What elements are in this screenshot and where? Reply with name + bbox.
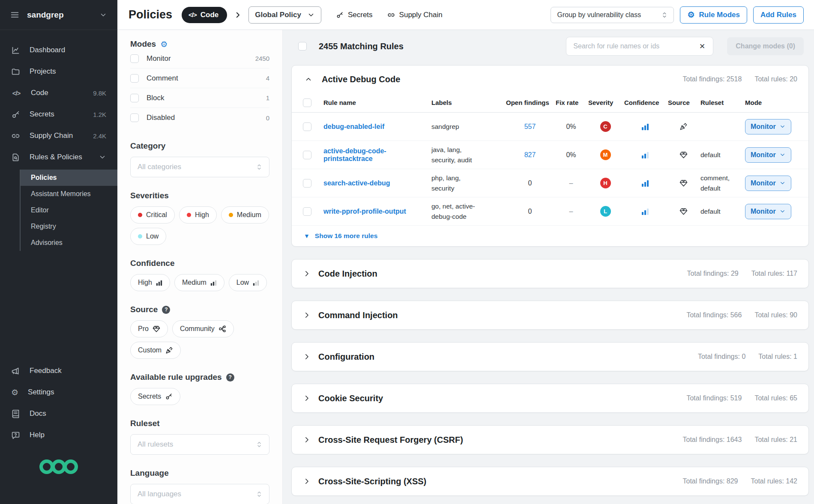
add-rules-button[interactable]: Add Rules — [753, 6, 804, 24]
mode-select[interactable]: Monitor — [745, 176, 791, 191]
question-icon[interactable]: ? — [162, 306, 170, 314]
mode-filter-block[interactable]: Block 1 — [130, 88, 269, 108]
confidence-pill-medium[interactable]: Medium — [174, 274, 224, 291]
question-icon[interactable]: ? — [226, 373, 234, 382]
rule-checkbox[interactable] — [303, 122, 311, 131]
group-card-cookie-security[interactable]: Cookie Security Total findings: 519Total… — [291, 384, 809, 413]
nav-secrets[interactable]: Secrets — [336, 11, 373, 19]
sidebar-item-editor[interactable]: Editor — [21, 202, 117, 218]
column-open-findings: Open findings — [506, 99, 554, 106]
group-total-findings: Total findings: 2518 — [683, 75, 742, 83]
sidebar-item-settings[interactable]: ⚙ Settings — [0, 382, 117, 403]
modes-list: Monitor 2450 Comment 4 Block 1 Disabled … — [130, 49, 269, 128]
rule-name-link[interactable]: debug-enabled-leif — [323, 123, 430, 131]
language-select[interactable]: All languages — [130, 484, 269, 504]
sidebar-item-rules-policies[interactable]: Rules & Policies — [0, 146, 117, 168]
rule-checkbox[interactable] — [303, 179, 311, 188]
collapse-group-button[interactable] — [303, 74, 314, 85]
sidebar-item-projects[interactable]: Projects — [0, 61, 117, 82]
chevron-down-icon — [307, 11, 315, 19]
open-findings-link[interactable]: 827 — [524, 151, 536, 159]
checkbox[interactable] — [130, 113, 139, 122]
sidebar-item-assistant-memories[interactable]: Assistant Memories — [21, 186, 117, 202]
sidebar-item-feedback[interactable]: Feedback — [0, 360, 117, 382]
nav-supply-chain[interactable]: Supply Chain — [387, 11, 443, 19]
select-all-checkbox[interactable] — [298, 42, 307, 51]
chevron-right-icon — [303, 394, 311, 402]
sidebar-item-dashboard[interactable]: Dashboard — [0, 39, 117, 61]
megaphone-icon — [11, 367, 20, 376]
group-by-value: Group by vulnerability class — [557, 11, 641, 19]
rule-name-link[interactable]: search-active-debug — [323, 179, 430, 187]
sidebar-item-code[interactable]: </> Code 9.8K — [0, 82, 117, 104]
rule-name-link[interactable]: active-debug-code-printstacktrace — [323, 147, 430, 163]
help-bubble-icon — [11, 431, 20, 440]
sidebar-item-help[interactable]: Help — [0, 424, 117, 446]
source-pill-pro[interactable]: Pro — [130, 320, 168, 337]
sidebar-item-secrets[interactable]: Secrets 1.2K — [0, 104, 117, 125]
category-select[interactable]: All categories — [130, 157, 269, 177]
mode-select[interactable]: Monitor — [745, 119, 791, 134]
policy-select[interactable]: Global Policy — [248, 6, 321, 24]
key-icon — [165, 393, 173, 400]
severity-pill-high[interactable]: High — [179, 206, 217, 224]
mode-select[interactable]: Monitor — [745, 147, 791, 163]
group-title: Cookie Security — [318, 394, 383, 403]
confidence-pill-high[interactable]: High — [130, 274, 170, 291]
group-card-configuration[interactable]: Configuration Total findings: 0Total rul… — [291, 342, 809, 371]
group-card-active-debug-code: Active Debug Code Total findings: 2518 T… — [291, 65, 809, 247]
source-pill-community[interactable]: Community — [172, 320, 234, 337]
group-card-csrf[interactable]: Cross-Site Request Forgery (CSRF) Total … — [291, 425, 809, 454]
gear-icon[interactable]: ⚙ — [160, 40, 168, 48]
mode-select[interactable]: Monitor — [745, 204, 791, 219]
product-tab-code[interactable]: </> Code — [182, 7, 227, 23]
ruleset-select[interactable]: All rulesets — [130, 434, 269, 455]
checkbox[interactable] — [130, 94, 139, 102]
search-input[interactable] — [573, 42, 697, 50]
code-icon: </> — [11, 89, 21, 97]
group-card-code-injection[interactable]: Code Injection Total findings: 29Total r… — [291, 259, 809, 288]
show-more-rules-button[interactable]: ▼ Show 16 more rules — [292, 226, 808, 246]
sidebar-item-supply-chain[interactable]: Supply Chain 2.4K — [0, 125, 117, 146]
sidebar-item-docs[interactable]: Docs — [0, 403, 117, 424]
rule-labels: java, lang, security, audit — [431, 145, 485, 165]
column-severity: Severity — [588, 99, 622, 106]
confidence-pill-low[interactable]: Low — [229, 274, 267, 291]
sidebar-item-count: 9.8K — [93, 89, 106, 97]
source-heading: Source ? — [130, 305, 269, 314]
group-by-select[interactable]: Group by vulnerability class — [551, 7, 674, 23]
mode-filter-disabled[interactable]: Disabled 0 — [130, 108, 269, 128]
column-confidence: Confidence — [624, 99, 666, 106]
open-findings-link[interactable]: 557 — [524, 123, 536, 131]
mode-filter-monitor[interactable]: Monitor 2450 — [130, 49, 269, 69]
rule-checkbox[interactable] — [303, 207, 311, 216]
severities-heading: Severities — [130, 191, 269, 200]
checkbox[interactable] — [130, 74, 139, 83]
group-title: Active Debug Code — [322, 75, 400, 84]
change-modes-button[interactable]: Change modes (0) — [727, 37, 804, 55]
group-total-findings: Total findings: 29 — [687, 270, 739, 277]
rules-toolbar: 2455 Matching Rules ✕ Change modes (0) — [298, 37, 804, 56]
sidebar-item-advisories[interactable]: Advisories — [21, 235, 117, 251]
severity-pill-low[interactable]: Low — [130, 228, 166, 245]
hamburger-menu-icon[interactable] — [10, 10, 19, 19]
breadcrumb-chevron-icon — [234, 11, 242, 19]
rule-name-link[interactable]: write-pprof-profile-output — [323, 208, 430, 215]
nav-label: Secrets — [348, 11, 373, 19]
upgrade-pill-secrets[interactable]: Secrets — [130, 388, 180, 405]
severity-pill-medium[interactable]: Medium — [221, 206, 269, 224]
sidebar-item-registry[interactable]: Registry — [21, 218, 117, 235]
group-card-xss[interactable]: Cross-Site-Scripting (XSS) Total finding… — [291, 467, 809, 496]
rule-modes-button[interactable]: ⚙ Rule Modes — [680, 6, 747, 24]
org-switcher[interactable]: sandgrep — [0, 0, 117, 30]
sidebar-item-policies[interactable]: Policies — [21, 170, 117, 186]
mode-filter-comment[interactable]: Comment 4 — [130, 69, 269, 88]
rule-checkbox[interactable] — [303, 151, 311, 159]
source-pill-custom[interactable]: Custom — [130, 342, 181, 359]
clear-search-icon[interactable]: ✕ — [697, 41, 707, 52]
select-group-checkbox[interactable] — [303, 98, 311, 107]
group-card-command-injection[interactable]: Command Injection Total findings: 566Tot… — [291, 301, 809, 330]
sidebar-item-label: Settings — [28, 388, 54, 397]
checkbox[interactable] — [130, 54, 139, 63]
severity-pill-critical[interactable]: Critical — [130, 206, 175, 224]
